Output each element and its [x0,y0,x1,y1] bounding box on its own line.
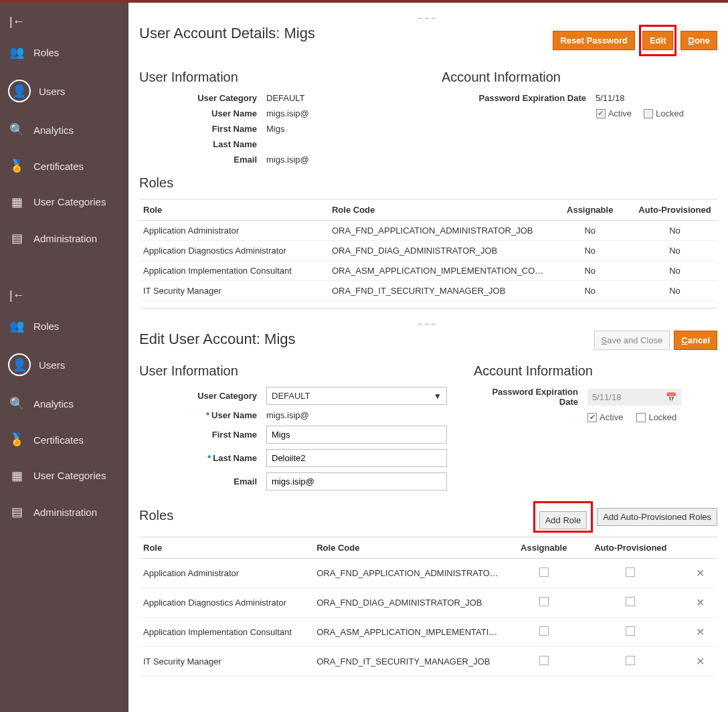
last-name-input[interactable] [266,449,447,467]
col-assignable[interactable]: Assignable [547,199,632,221]
table-row[interactable]: Application Diagnostics AdministratorORA… [139,588,717,618]
col-auto[interactable]: Auto-Provisioned [579,537,683,559]
locked-checkbox[interactable] [636,413,646,422]
sidebar-item-user-categories-2[interactable]: ▦ User Categories [0,458,128,494]
main: ━━━ User Account Details: Migs Reset Pas… [128,3,728,712]
first-name-input[interactable] [266,426,447,444]
group-icon: 👥 [8,317,25,335]
col-code[interactable]: Role Code [328,199,547,221]
sidebar: |← 👥 Roles 👤 Users 🔍 Analytics 🏅 Certifi… [0,3,128,712]
value-pwd-exp: 5/11/18 [596,93,717,103]
locked-checkbox-readonly [644,109,653,118]
details-panel: ━━━ User Account Details: Migs Reset Pas… [128,3,728,308]
sidebar-item-label: Roles [33,47,59,58]
done-button[interactable]: Done [680,31,717,50]
auto-checkbox[interactable] [626,567,635,577]
remove-role-icon[interactable]: ✕ [696,567,705,579]
table-row[interactable]: Application Implementation ConsultantORA… [139,618,717,647]
sidebar-item-certificates-2[interactable]: 🏅 Certificates [0,422,128,458]
roles-table: Role Role Code Assignable Auto-Provision… [139,199,717,301]
cell-role: Application Implementation Consultant [139,261,328,281]
table-row[interactable]: IT Security ManagerORA_FND_IT_SECURITY_M… [139,281,717,301]
sidebar-item-certificates[interactable]: 🏅 Certificates [0,148,128,184]
roles-heading: Roles [139,175,717,191]
col-assignable[interactable]: Assignable [509,537,579,559]
sidebar-item-user-categories[interactable]: ▦ User Categories [0,184,128,220]
cell-assignable: No [547,241,632,261]
table-row[interactable]: IT Security ManagerORA_FND_IT_SECURITY_M… [139,647,717,677]
user-info-heading-edit: User Information [139,363,447,379]
sidebar-item-label: User Categories [33,196,106,208]
table-row[interactable]: Application Diagnostics AdministratorORA… [139,241,717,261]
remove-role-icon[interactable]: ✕ [696,597,705,608]
sidebar-item-administration[interactable]: ▤ Administration [0,220,128,256]
drag-handle-icon[interactable]: ━━━ [139,318,717,331]
save-close-button[interactable]: Save and Close [594,331,670,350]
cell-auto: No [632,221,717,241]
add-role-button[interactable]: Add Role [539,511,587,529]
list-icon: ▤ [8,230,25,247]
col-role[interactable]: Role [139,199,328,221]
account-info-heading: Account Information [442,70,717,85]
user-category-select[interactable]: DEFAULT▼ [266,387,447,405]
sidebar-item-users-2[interactable]: 👤 Users [0,344,128,385]
sidebar-collapse-bottom[interactable]: |← [0,283,128,308]
remove-role-icon[interactable]: ✕ [696,656,705,667]
assignable-checkbox[interactable] [539,626,549,636]
active-checkbox[interactable] [587,413,597,422]
reset-password-button[interactable]: Reset Password [553,31,634,50]
cancel-button[interactable]: Cancel [674,331,717,350]
email-input[interactable] [266,472,447,491]
group-icon: 👥 [8,43,25,61]
analytics-icon: 🔍 [8,121,25,139]
label-last-name: Last Name [139,139,266,149]
auto-checkbox[interactable] [626,626,635,636]
user-icon: 👤 [11,82,28,100]
auto-checkbox[interactable] [626,656,635,665]
remove-role-icon[interactable]: ✕ [696,626,705,638]
col-auto[interactable]: Auto-Provisioned [632,199,717,221]
col-code[interactable]: Role Code [312,537,509,559]
assignable-checkbox[interactable] [539,567,549,577]
cell-role: Application Implementation Consultant [139,618,312,647]
sidebar-item-users[interactable]: 👤 Users [0,70,128,112]
cell-role: Application Administrator [139,221,328,241]
label-active: Active [608,108,632,118]
edit-title: Edit User Account: Migs [139,331,296,348]
sidebar-item-analytics-2[interactable]: 🔍 Analytics [0,385,128,422]
cell-code: ORA_FND_APPLICATION_ADMINISTRATOR_JOB [328,221,547,241]
cell-code: ORA_ASM_APPLICATION_IMPLEMENTATION_CO… [328,261,547,281]
drag-handle-icon[interactable]: ━━━ [139,12,717,25]
grid-icon: ▦ [8,467,25,484]
sidebar-item-label: Roles [33,321,59,332]
roles-heading-edit: Roles [139,508,173,523]
list-icon: ▤ [8,503,25,521]
cell-assignable: No [547,261,632,281]
assignable-checkbox[interactable] [539,656,549,665]
analytics-icon: 🔍 [8,395,25,412]
pwd-exp-date-input[interactable]: 5/11/18📅 [587,389,681,406]
edit-roles-table: Role Role Code Assignable Auto-Provision… [139,537,717,677]
cell-role: Application Diagnostics Administrator [139,241,328,261]
table-row[interactable]: Application Implementation ConsultantORA… [139,261,717,281]
add-auto-roles-button[interactable]: Add Auto-Provisioned Roles [597,508,717,526]
edit-button[interactable]: Edit [642,31,674,50]
sidebar-item-administration-2[interactable]: ▤ Administration [0,494,128,530]
sidebar-item-label: User Categories [33,470,106,482]
sidebar-item-roles[interactable]: 👥 Roles [0,34,128,70]
chevron-down-icon: ▼ [434,391,442,401]
highlight-add-role: Add Role [533,501,593,533]
label-user-name: *User Name [139,410,266,420]
sidebar-item-analytics[interactable]: 🔍 Analytics [0,112,128,148]
account-info-heading-edit: Account Information [474,363,717,379]
table-row[interactable]: Application AdministratorORA_FND_APPLICA… [139,221,717,241]
assignable-checkbox[interactable] [539,597,549,606]
sidebar-item-roles-2[interactable]: 👥 Roles [0,308,128,344]
table-row[interactable]: Application AdministratorORA_FND_APPLICA… [139,559,717,588]
cell-code: ORA_FND_DIAG_ADMINISTRATOR_JOB [328,241,547,261]
sidebar-item-label: Analytics [33,398,74,410]
edit-panel: ━━━ Edit User Account: Migs Save and Clo… [128,308,728,677]
col-role[interactable]: Role [139,537,312,559]
sidebar-collapse-top[interactable]: |← [0,9,128,34]
auto-checkbox[interactable] [626,597,635,606]
